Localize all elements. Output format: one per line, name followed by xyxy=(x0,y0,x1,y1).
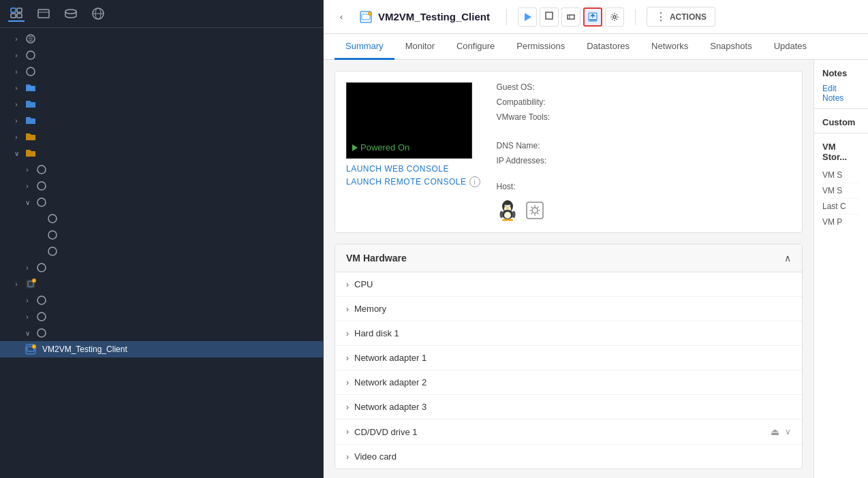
tree-item[interactable] xyxy=(0,243,323,259)
hardware-harddisk-item[interactable]: › Hard disk 1 xyxy=(335,321,802,346)
vm-icon xyxy=(35,310,48,323)
launch-web-console-link[interactable]: LAUNCH WEB CONSOLE xyxy=(346,164,480,174)
vm-screen[interactable]: Powered On xyxy=(346,82,472,159)
svg-point-27 xyxy=(37,329,46,337)
tree-item[interactable]: › xyxy=(0,178,323,194)
host-settings-icon[interactable] xyxy=(524,200,546,221)
cpu-chevron-icon: › xyxy=(346,280,349,289)
vm-storage-title: VM Stor... xyxy=(822,142,860,162)
svg-marker-36 xyxy=(525,13,531,21)
tree-item[interactable]: › ! xyxy=(0,276,323,292)
powered-on-label: Powered On xyxy=(360,142,409,153)
suspend-button[interactable] xyxy=(561,7,580,27)
vm-icon xyxy=(35,196,48,208)
tree-item-selected[interactable]: ! VM2VM_Testing_Client xyxy=(0,341,323,357)
tab-datastores[interactable]: Datastores xyxy=(576,34,640,60)
tab-summary[interactable]: Summary xyxy=(335,34,394,60)
svg-point-11 xyxy=(27,51,35,59)
folder-warning-icon xyxy=(25,147,37,159)
tab-updates[interactable]: Updates xyxy=(763,34,818,60)
tab-configure[interactable]: Configure xyxy=(446,34,506,60)
vm-hardware-section: VM Hardware ∧ › CPU › Memory › Hard disk… xyxy=(335,244,803,469)
tab-permissions[interactable]: Permissions xyxy=(506,34,576,60)
notes-section: Notes Edit Notes xyxy=(814,60,868,109)
tab-networks[interactable]: Networks xyxy=(640,34,699,60)
sidebar-hosts-clusters-icon[interactable] xyxy=(8,5,25,22)
svg-point-46 xyxy=(508,205,510,207)
tab-snapshots[interactable]: Snapshots xyxy=(699,34,762,60)
hardware-network3-item[interactable]: › Network adapter 3 xyxy=(335,395,802,419)
tree-item[interactable] xyxy=(0,227,323,243)
guest-os-row: Guest OS: xyxy=(497,82,791,92)
svg-point-47 xyxy=(505,206,506,206)
network2-chevron-icon: › xyxy=(346,378,349,387)
cddvd-expand-icon[interactable]: ∨ xyxy=(785,427,791,436)
powered-on-indicator: Powered On xyxy=(352,142,409,153)
compatibility-row: Compatibility: xyxy=(497,97,791,107)
folder-icon xyxy=(25,98,37,110)
sidebar-icon-bar xyxy=(0,0,323,28)
chevron-right-icon: › xyxy=(22,311,33,322)
linux-tux-icon[interactable] xyxy=(497,200,518,221)
tree-item[interactable]: › xyxy=(0,259,323,276)
tree-item[interactable]: › xyxy=(0,47,323,63)
tree-item[interactable]: › xyxy=(0,63,323,80)
hardware-videocard-item[interactable]: › Video card xyxy=(335,445,802,468)
power-off-button[interactable] xyxy=(540,7,559,27)
sidebar-storage-icon[interactable] xyxy=(63,5,79,22)
actions-label: ACTIONS xyxy=(670,12,707,22)
svg-point-49 xyxy=(506,208,509,209)
edit-notes-link[interactable]: Edit Notes xyxy=(822,84,860,103)
storage-row-4: VM P xyxy=(822,214,860,229)
header-vm-title: VM2VM_Testing_Client xyxy=(378,11,490,22)
vm-icon xyxy=(25,33,37,45)
harddisk-chevron-icon: › xyxy=(346,329,349,338)
settings-button[interactable] xyxy=(605,7,624,27)
hardware-network1-item[interactable]: › Network adapter 1 xyxy=(335,346,802,370)
launch-remote-console-link[interactable]: LAUNCH REMOTE CONSOLE xyxy=(346,177,467,187)
tree-item[interactable]: ∨ xyxy=(0,145,323,161)
vm-icon xyxy=(46,212,59,225)
dns-name-label: DNS Name: xyxy=(497,141,572,150)
collapse-hardware-icon: ∧ xyxy=(784,253,791,264)
spacer xyxy=(497,171,791,176)
tree-item[interactable]: › xyxy=(0,129,323,145)
sidebar-network-icon[interactable] xyxy=(90,5,106,22)
hardware-cpu-item[interactable]: › CPU xyxy=(335,272,802,297)
cddvd-eject-icon[interactable]: ⏏ xyxy=(771,426,779,437)
hardware-cddvd-item[interactable]: › CD/DVD drive 1 ⏏ ∨ xyxy=(335,419,802,445)
play-icon xyxy=(352,144,358,151)
tree-item[interactable] xyxy=(0,210,323,227)
svg-point-26 xyxy=(37,313,46,321)
chevron-right-icon: › xyxy=(11,278,22,289)
chevron-right-icon: › xyxy=(11,50,22,61)
upload-button[interactable] xyxy=(583,7,602,27)
sidebar-vms-icon[interactable] xyxy=(35,5,52,22)
hardware-network2-item[interactable]: › Network adapter 2 xyxy=(335,370,802,395)
vm-icon xyxy=(35,327,48,339)
vmware-tools-label: VMware Tools: xyxy=(497,112,572,122)
remote-console-info-icon[interactable]: i xyxy=(469,176,480,187)
tree-item[interactable]: › xyxy=(0,308,323,325)
tree-item[interactable]: › xyxy=(0,31,323,47)
vm-hardware-header[interactable]: VM Hardware ∧ xyxy=(335,244,802,272)
tree-item[interactable]: › xyxy=(0,80,323,96)
videocard-chevron-icon: › xyxy=(346,452,349,462)
folder-icon xyxy=(25,114,37,127)
tree-item[interactable]: ∨ xyxy=(0,325,323,341)
power-on-button[interactable] xyxy=(518,7,537,27)
tree-item[interactable]: › xyxy=(0,112,323,129)
actions-dropdown-btn[interactable]: ⋮ ACTIONS xyxy=(647,7,715,27)
tree-item[interactable]: ∨ xyxy=(0,194,323,210)
tree-item[interactable]: › xyxy=(0,292,323,308)
svg-point-20 xyxy=(37,264,46,272)
notes-title: Notes xyxy=(822,68,860,78)
collapse-sidebar-btn[interactable]: ‹ xyxy=(335,10,348,24)
hardware-memory-item[interactable]: › Memory xyxy=(335,297,802,321)
tree-item[interactable]: › xyxy=(0,96,323,112)
tab-monitor[interactable]: Monitor xyxy=(394,34,446,60)
tree-item[interactable]: › xyxy=(0,161,323,178)
tree-container: › › › › › xyxy=(0,28,323,478)
header-divider xyxy=(506,9,507,25)
actions-dots-icon: ⋮ xyxy=(655,10,667,23)
